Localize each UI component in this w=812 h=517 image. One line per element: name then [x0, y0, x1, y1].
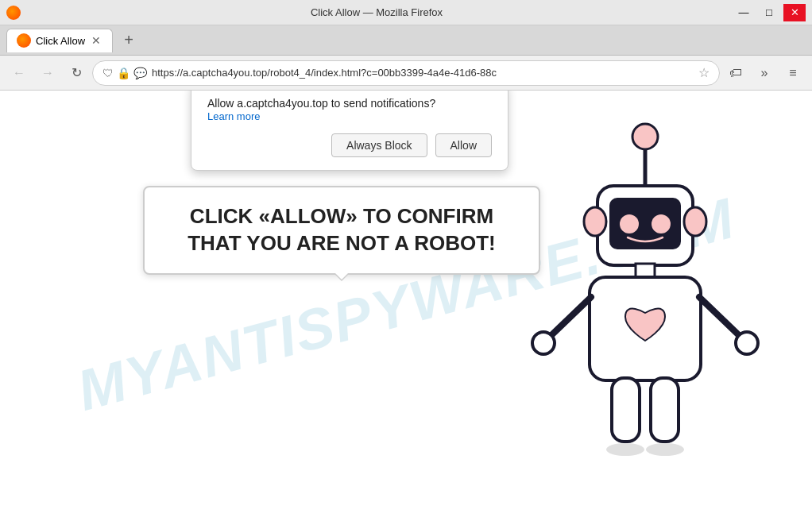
tracking-protection-icon: 🛡	[102, 67, 114, 79]
tab-label: Click Allow	[36, 35, 85, 47]
firefox-logo-icon	[6, 6, 21, 20]
notifications-icon: 💬	[133, 67, 147, 79]
svg-point-1	[632, 124, 658, 149]
reload-button[interactable]: ↻	[64, 60, 89, 86]
speech-bubble-inner: CLICK «ALLOW» TO CONFIRM THAT YOU ARE NO…	[164, 203, 520, 257]
close-button[interactable]: ✕	[783, 4, 806, 21]
allow-button[interactable]: Allow	[435, 133, 492, 157]
svg-point-4	[620, 214, 639, 233]
minimize-button[interactable]: —	[733, 4, 755, 21]
titlebar: Click Allow — Mozilla Firefox — □ ✕	[0, 0, 812, 25]
pocket-button[interactable]: 🏷	[723, 60, 748, 86]
svg-point-13	[736, 332, 758, 354]
svg-rect-15	[651, 378, 679, 442]
svg-rect-14	[612, 378, 640, 442]
robot-svg	[494, 106, 796, 496]
url-bar-icons: 🛡 🔒 💬	[102, 67, 147, 79]
always-block-button[interactable]: Always Block	[331, 133, 427, 157]
tab-bar: Click Allow ✕ +	[0, 25, 812, 56]
page-content: MYANTISPYWARE.COM Allow a.captcha4you.to…	[0, 91, 812, 517]
svg-point-7	[684, 207, 706, 236]
svg-point-6	[584, 207, 606, 236]
notification-question: Allow a.captcha4you.top to send notifica…	[207, 97, 435, 110]
svg-point-17	[646, 443, 684, 456]
url-text: https://a.captcha4you.top/robot4_4/index…	[152, 67, 694, 79]
svg-line-10	[550, 297, 591, 337]
tab-close-button[interactable]: ✕	[90, 34, 102, 47]
svg-point-16	[606, 443, 644, 456]
new-tab-button[interactable]: +	[118, 29, 140, 52]
robot-illustration	[494, 106, 796, 496]
menu-button[interactable]: ≡	[780, 60, 806, 86]
notification-popup: Allow a.captcha4you.top to send notifica…	[191, 91, 508, 171]
tab-favicon	[17, 33, 31, 48]
navigation-bar: ← → ↻ 🛡 🔒 💬 https://a.captcha4you.top/ro…	[0, 56, 812, 91]
speech-text: CLICK «ALLOW» TO CONFIRM THAT YOU ARE NO…	[164, 203, 520, 257]
speech-bubble: CLICK «ALLOW» TO CONFIRM THAT YOU ARE NO…	[143, 186, 540, 275]
svg-line-12	[699, 297, 740, 337]
back-button[interactable]: ←	[6, 60, 32, 86]
extensions-button[interactable]: »	[752, 60, 777, 86]
url-bar[interactable]: 🛡 🔒 💬 https://a.captcha4you.top/robot4_4…	[92, 60, 720, 86]
toolbar-icons: 🏷 » ≡	[723, 60, 806, 86]
window-title: Click Allow — Mozilla Firefox	[21, 6, 733, 18]
notification-buttons: Always Block Allow	[207, 133, 492, 157]
window-controls: — □ ✕	[733, 4, 806, 21]
svg-point-5	[652, 214, 671, 233]
forward-button[interactable]: →	[35, 60, 60, 86]
svg-point-11	[532, 332, 555, 354]
browser-tab[interactable]: Click Allow ✕	[6, 29, 113, 52]
lock-icon: 🔒	[117, 67, 130, 79]
maximize-button[interactable]: □	[758, 4, 780, 21]
bookmark-star-icon[interactable]: ☆	[698, 65, 710, 80]
learn-more-link[interactable]: Learn more	[207, 110, 492, 122]
